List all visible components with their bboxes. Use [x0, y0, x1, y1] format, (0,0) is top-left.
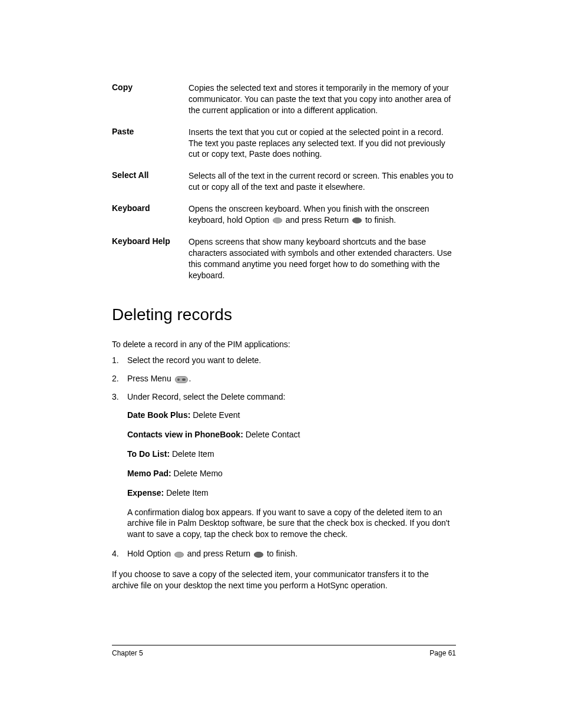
confirmation-text: A confirmation dialog box appears. If yo… [127, 507, 456, 541]
intro-text: To delete a record in any of the PIM app… [112, 340, 456, 349]
def-desc-copy: Copies the selected text and stores it t… [189, 83, 456, 116]
sub-value: Delete Event [190, 410, 240, 420]
sub-label: Memo Pad: [127, 469, 171, 478]
def-term-keyboardhelp: Keyboard Help [112, 236, 189, 281]
definition-table: Copy Copies the selected text and stores… [112, 83, 456, 281]
step-1: Select the record you want to delete. [112, 355, 456, 366]
sub-value: Delete Item [164, 488, 208, 498]
def-desc-selectall: Selects all of the text in the current r… [189, 170, 456, 193]
footer-page: Page 61 [429, 649, 456, 657]
subitem-contacts: Contacts view in PhoneBook: Delete Conta… [127, 429, 456, 440]
step-4-text-3: to finish. [265, 549, 297, 558]
footer-chapter: Chapter 5 [112, 649, 143, 657]
subitem-datebook: Date Book Plus: Delete Event [127, 410, 456, 421]
step-3-text: Under Record, select the Delete command: [127, 392, 285, 401]
sub-label: To Do List: [127, 449, 170, 459]
page-footer: Chapter 5 Page 61 [112, 645, 456, 657]
def-term-selectall: Select All [112, 170, 189, 193]
closing-text: If you choose to save a copy of the sele… [112, 569, 456, 591]
def-term-paste: Paste [112, 127, 189, 160]
sub-value: Delete Memo [171, 469, 223, 478]
step-3-sublist: Date Book Plus: Delete Event Contacts vi… [127, 410, 456, 540]
return-key-icon [352, 218, 362, 223]
keyboard-text-3: to finish. [363, 215, 396, 225]
steps-list: Select the record you want to delete. Pr… [112, 355, 456, 559]
step-4: Hold Option and press Return to finish. [112, 548, 456, 559]
def-term-copy: Copy [112, 83, 189, 116]
step-4-text-1: Hold Option [127, 549, 173, 558]
step-2-text-2: . [189, 374, 191, 383]
sub-label: Date Book Plus: [127, 410, 190, 420]
option-key-icon [174, 552, 184, 558]
def-term-keyboard: Keyboard [112, 203, 189, 226]
def-desc-keyboard: Opens the onscreen keyboard. When you fi… [189, 203, 456, 226]
sub-value: Delete Contact [243, 430, 300, 439]
option-key-icon [273, 218, 282, 223]
sub-label: Expense: [127, 488, 164, 498]
subitem-memo: Memo Pad: Delete Memo [127, 468, 456, 479]
step-2: Press Menu . [112, 373, 456, 384]
def-desc-keyboardhelp: Opens screens that show many keyboard sh… [189, 236, 456, 281]
section-heading: Deleting records [112, 305, 456, 324]
step-1-text: Select the record you want to delete. [127, 355, 261, 365]
keyboard-text-2: and press Return [283, 215, 351, 225]
sub-label: Contacts view in PhoneBook: [127, 430, 243, 439]
step-2-text-1: Press Menu [127, 374, 174, 383]
subitem-expense: Expense: Delete Item [127, 487, 456, 499]
menu-key-icon [175, 376, 188, 383]
page-content: Copy Copies the selected text and stores… [0, 0, 562, 591]
step-3: Under Record, select the Delete command:… [112, 391, 456, 540]
sub-value: Delete Item [170, 449, 214, 459]
subitem-todo: To Do List: Delete Item [127, 449, 456, 460]
step-4-text-2: and press Return [185, 549, 253, 558]
return-key-icon [254, 552, 263, 558]
def-desc-paste: Inserts the text that you cut or copied … [189, 127, 456, 160]
